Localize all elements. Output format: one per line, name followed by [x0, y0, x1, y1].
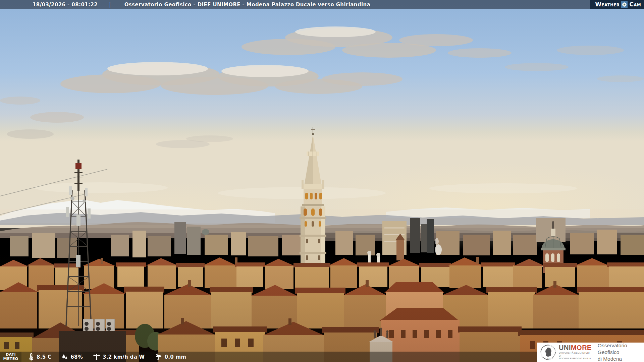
observatory-name-line2: di Modena: [598, 356, 644, 362]
humidity-value: 68%: [70, 354, 83, 360]
unimore-logo-panel: 1175 UNIMORE UNIVERSITÀ DEGLI STUDI DI M…: [537, 343, 644, 362]
webcam-title: Osservatorio Geofisico - DIEF UNIMORE - …: [124, 2, 371, 8]
humidity-reading: 68%: [61, 354, 83, 360]
svg-text:1175: 1175: [547, 357, 549, 359]
thermometer-icon: [28, 353, 34, 361]
university-subtitle: UNIVERSITÀ DEGLI STUDI DI MODENA E REGGI…: [559, 352, 592, 361]
weathercam-word-cam: Cam: [629, 2, 641, 7]
temperature-reading: 8.5 C: [28, 353, 51, 361]
rain-value: 0.0 mm: [164, 354, 186, 360]
logo-divider: [595, 346, 595, 358]
temperature-value: 8.5 C: [37, 354, 51, 360]
unimore-more-text: MORE: [571, 344, 592, 351]
weather-readings: 8.5 C 68%: [28, 353, 186, 361]
observatory-name: Osservatorio Geofisico di Modena: [598, 342, 644, 362]
weathercam-word-weather: Weather: [595, 2, 620, 7]
unimore-wordmark-block: UNIMORE UNIVERSITÀ DEGLI STUDI DI MODENA…: [559, 344, 592, 361]
datetime-text: 18/03/2026 - 08:01:22: [33, 2, 98, 8]
humidity-drops-icon: [61, 354, 68, 360]
observatory-name-line1: Osservatorio Geofisico: [598, 342, 644, 356]
umbrella-rain-icon: [155, 353, 162, 361]
weathercam-logo: Weather Cam: [590, 0, 644, 9]
dati-meteo-label: DATI METEO: [0, 352, 21, 362]
meteo-line: METEO: [0, 357, 21, 361]
wind-reading: 3.2 km/h da W: [93, 353, 145, 361]
unimore-wordmark: UNIMORE: [559, 344, 592, 351]
modena-cityscape-photo: [0, 0, 644, 362]
header-separator: |: [109, 2, 111, 8]
university-subtitle-line1: UNIVERSITÀ DEGLI STUDI DI: [559, 352, 592, 358]
unimore-uni-text: UNI: [559, 344, 571, 351]
unimore-seal-icon: 1175: [540, 344, 556, 361]
wind-value: 3.2 km/h da W: [103, 354, 145, 360]
webcam-frame: 18/03/2026 - 08:01:22 | Osservatorio Geo…: [0, 0, 644, 362]
anemometer-icon: [93, 353, 100, 361]
dati-line: DATI: [0, 353, 21, 357]
top-overlay-bar: 18/03/2026 - 08:01:22 | Osservatorio Geo…: [0, 0, 644, 9]
camera-lens-icon: [621, 1, 628, 8]
university-subtitle-line2: MODENA E REGGIO EMILIA: [559, 357, 592, 360]
rain-reading: 0.0 mm: [155, 353, 186, 361]
